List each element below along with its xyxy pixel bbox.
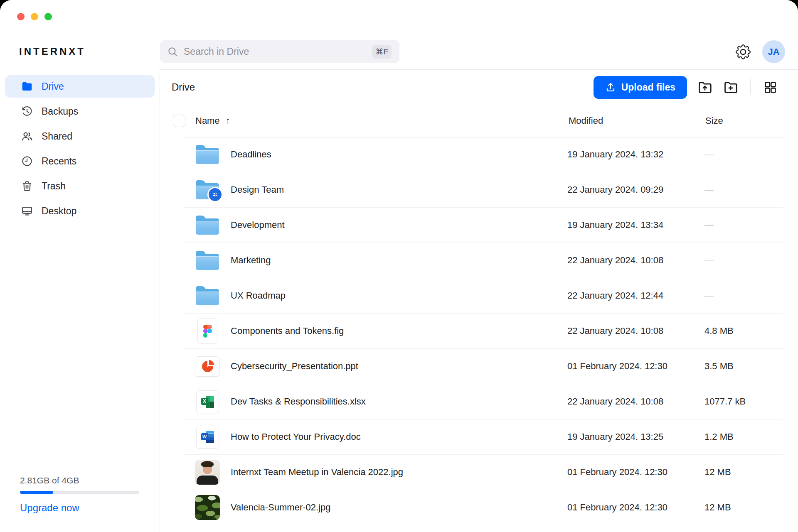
sidebar-item-shared[interactable]: Shared bbox=[5, 125, 155, 147]
column-header-modified: Modified bbox=[569, 105, 603, 137]
excel-file-icon: X bbox=[196, 390, 219, 413]
upload-files-label: Upload files bbox=[621, 82, 675, 93]
window-controls bbox=[17, 13, 52, 20]
file-modified: 19 January 2024. 13:32 bbox=[567, 149, 704, 160]
figma-file-icon bbox=[197, 318, 217, 344]
file-size: — bbox=[704, 184, 783, 195]
sort-ascending-icon: ↑ bbox=[226, 115, 230, 126]
search-icon bbox=[167, 46, 178, 57]
file-name: Components and Tokens.fig bbox=[231, 326, 567, 336]
internxt-logo: INTERNXT bbox=[19, 46, 86, 57]
zoom-window-button[interactable] bbox=[44, 13, 52, 20]
search-input[interactable] bbox=[183, 46, 372, 58]
file-modified: 01 February 2024. 12:30 bbox=[567, 467, 704, 478]
file-name: Design Team bbox=[231, 184, 567, 195]
gear-icon bbox=[736, 44, 751, 59]
storage-bar-fill bbox=[20, 491, 53, 494]
file-size: 3.5 MB bbox=[704, 361, 783, 372]
file-icon: W bbox=[184, 426, 231, 449]
file-name: Deadlines bbox=[231, 149, 567, 160]
grid-view-button[interactable] bbox=[762, 79, 778, 95]
folder-icon bbox=[21, 80, 33, 93]
close-window-button[interactable] bbox=[17, 13, 25, 20]
upload-files-button[interactable]: Upload files bbox=[594, 76, 687, 99]
sidebar-item-desktop[interactable]: Desktop bbox=[5, 200, 155, 222]
powerpoint-file-icon bbox=[195, 356, 220, 377]
new-folder-button[interactable] bbox=[723, 79, 739, 95]
file-modified: 22 January 2024. 12:44 bbox=[567, 290, 704, 301]
new-folder-icon bbox=[723, 79, 739, 95]
toolbar: Drive Upload files bbox=[160, 70, 798, 105]
storage-progress-bar bbox=[20, 491, 139, 494]
file-row[interactable]: Valencia-Summer-02.jpg 01 February 2024.… bbox=[184, 490, 783, 525]
photo-thumbnail bbox=[195, 495, 220, 520]
file-modified: 01 February 2024. 12:30 bbox=[567, 502, 704, 513]
file-modified: 19 January 2024. 13:34 bbox=[567, 220, 704, 230]
file-modified: 22 January 2024. 10:08 bbox=[567, 396, 704, 407]
word-file-icon: W bbox=[196, 426, 219, 449]
search-bar[interactable]: ⌘F bbox=[160, 40, 399, 63]
upload-folder-icon bbox=[697, 79, 713, 95]
trash-icon bbox=[21, 180, 33, 192]
file-row[interactable]: Internxt Team Meetup in Valencia 2022.jp… bbox=[184, 455, 783, 490]
file-modified: 22 January 2024. 10:08 bbox=[567, 255, 704, 266]
column-header-name[interactable]: Name ↑ bbox=[195, 105, 230, 137]
sidebar-item-label: Drive bbox=[42, 81, 64, 92]
clock-icon bbox=[21, 155, 33, 167]
file-size: 4.8 MB bbox=[704, 326, 783, 336]
file-modified: 22 January 2024. 10:08 bbox=[567, 326, 704, 336]
file-icon bbox=[184, 286, 231, 305]
app-window: INTERNXT ⌘F JA Drive Backups Shared Rece… bbox=[0, 0, 798, 532]
file-row[interactable]: X Dev Tasks & Responsibilities.xlsx 22 J… bbox=[184, 384, 783, 419]
file-row[interactable]: UX Roadmap 22 January 2024. 12:44 — bbox=[184, 278, 783, 314]
upload-folder-button[interactable] bbox=[697, 79, 713, 95]
main-content: Drive Upload files bbox=[160, 70, 798, 532]
file-size: 12 MB bbox=[704, 467, 783, 478]
file-size: 1077.7 kB bbox=[704, 396, 783, 407]
page-title: Drive bbox=[172, 81, 195, 93]
sidebar-item-drive[interactable]: Drive bbox=[5, 75, 155, 98]
file-icon bbox=[184, 460, 231, 485]
sidebar-item-recents[interactable]: Recents bbox=[5, 150, 155, 172]
file-size: 1.2 MB bbox=[704, 431, 783, 442]
settings-button[interactable] bbox=[736, 44, 751, 60]
account-avatar[interactable]: JA bbox=[762, 40, 785, 63]
file-row[interactable]: W How to Protect Your Privacy.doc 19 Jan… bbox=[184, 419, 783, 455]
file-icon bbox=[184, 318, 231, 344]
file-icon bbox=[184, 495, 231, 520]
file-row[interactable]: Components and Tokens.fig 22 January 202… bbox=[184, 314, 783, 349]
desktop-icon bbox=[21, 205, 33, 217]
file-row[interactable]: Deadlines 19 January 2024. 13:32 — bbox=[184, 137, 783, 172]
file-list: Deadlines 19 January 2024. 13:32 — Desig… bbox=[184, 137, 783, 525]
file-row[interactable]: Development 19 January 2024. 13:34 — bbox=[184, 208, 783, 243]
file-size: — bbox=[704, 290, 783, 301]
sidebar-item-label: Trash bbox=[42, 181, 66, 192]
sidebar-item-trash[interactable]: Trash bbox=[5, 175, 155, 197]
select-all-checkbox[interactable] bbox=[173, 115, 185, 127]
sidebar-item-label: Recents bbox=[42, 156, 76, 167]
upgrade-now-link[interactable]: Upgrade now bbox=[20, 502, 79, 514]
file-name: How to Protect Your Privacy.doc bbox=[231, 431, 567, 442]
file-icon bbox=[184, 180, 231, 199]
file-icon: X bbox=[184, 390, 231, 413]
storage-widget: 2.81GB of 4GB Upgrade now bbox=[20, 476, 139, 514]
sidebar-item-label: Desktop bbox=[42, 206, 76, 217]
file-icon bbox=[184, 216, 231, 235]
toolbar-separator bbox=[750, 79, 751, 95]
file-size: — bbox=[704, 220, 783, 230]
sidebar-item-backups[interactable]: Backups bbox=[5, 100, 155, 123]
sidebar-nav: Drive Backups Shared Recents Trash Deskt… bbox=[0, 75, 160, 225]
file-size: — bbox=[704, 255, 783, 266]
file-size: 12 MB bbox=[704, 502, 783, 513]
upload-icon bbox=[605, 82, 616, 93]
file-name: Dev Tasks & Responsibilities.xlsx bbox=[231, 396, 567, 407]
photo-thumbnail bbox=[195, 460, 220, 485]
file-row[interactable]: Cybersecurity_Presentation.ppt 01 Februa… bbox=[184, 349, 783, 384]
file-name: Internxt Team Meetup in Valencia 2022.jp… bbox=[231, 467, 567, 478]
file-icon bbox=[184, 356, 231, 377]
file-row[interactable]: Design Team 22 January 2024. 09:29 — bbox=[184, 172, 783, 208]
shared-folder-badge bbox=[207, 187, 223, 202]
minimize-window-button[interactable] bbox=[31, 13, 38, 20]
file-row[interactable]: Marketing 22 January 2024. 10:08 — bbox=[184, 243, 783, 278]
file-name: Cybersecurity_Presentation.ppt bbox=[231, 361, 567, 372]
